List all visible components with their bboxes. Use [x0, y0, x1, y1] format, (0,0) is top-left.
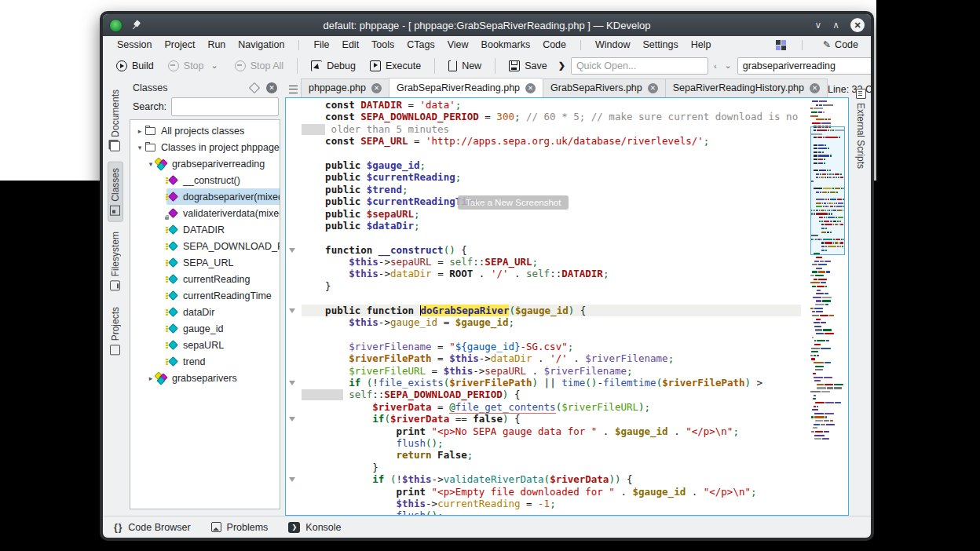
float-panel-icon[interactable] [249, 82, 260, 93]
code-text[interactable]: const DATADIR = 'data'; const SEPA_DOWNL… [286, 98, 801, 515]
menu-window[interactable]: Window [589, 38, 636, 52]
menu-help[interactable]: Help [685, 38, 718, 52]
toolbar-overflow-icon[interactable]: ❯ [556, 60, 568, 71]
build-button[interactable]: Build [111, 58, 159, 74]
menu-file[interactable]: File [307, 38, 335, 52]
code-line[interactable]: } [302, 280, 801, 292]
menu-edit[interactable]: Edit [336, 38, 366, 52]
fold-marker-icon[interactable] [289, 381, 295, 385]
code-line[interactable]: $this->dataDir = ROOT . '/' . self::DATA… [302, 268, 801, 279]
code-line[interactable]: public $currentReading; [302, 171, 801, 183]
code-line[interactable]: if($riverData == false) { [302, 413, 801, 425]
area-grid-icon[interactable] [776, 40, 786, 50]
fold-marker-icon[interactable] [289, 248, 295, 253]
menu-navigation[interactable]: Navigation [232, 38, 291, 52]
tree-item-classes-in-project-phppage[interactable]: ▾Classes in project phppage [130, 139, 280, 155]
menu-tools[interactable]: Tools [365, 38, 400, 52]
code-line[interactable]: public function doGrabSepaRiver($gauge_i… [302, 305, 801, 316]
pin-icon[interactable] [128, 17, 144, 33]
collapse-icon[interactable]: ▾ [135, 144, 144, 151]
code-line[interactable]: return False; [302, 449, 801, 461]
tree-item-datadir[interactable]: dataDir [130, 304, 280, 320]
code-line[interactable]: public $trend; [302, 184, 801, 195]
dock-tab-projects[interactable]: Projects [108, 301, 122, 360]
debug-button[interactable]: Debug [305, 58, 361, 74]
code-line[interactable]: $riverFilename = "${gauge_id}-SG.csv"; [302, 341, 801, 352]
dock-tab-documents[interactable]: Documents [108, 84, 122, 157]
code-line[interactable]: const SEPA_DOWNLOAD_PERIOD = 300; // 60 … [302, 111, 801, 122]
new-button[interactable]: New [443, 58, 487, 74]
menu-run[interactable]: Run [201, 38, 232, 52]
tree-item-trend[interactable]: trend [130, 353, 280, 370]
tree-item-gauge-id[interactable]: gauge_id [130, 320, 280, 337]
code-line[interactable] [302, 232, 801, 243]
code-area-button[interactable]: ✎ Code [818, 38, 863, 52]
tree-item--construct-[interactable]: __construct() [130, 172, 280, 188]
tab-separiverreadinghistory-php[interactable]: SepaRiverReadingHistory.php✕ [665, 78, 828, 97]
search-prev-icon[interactable]: ‹ [711, 61, 719, 71]
menu-code[interactable]: Code [536, 38, 572, 52]
code-line[interactable]: if (!file_exists($riverFilePath) || time… [302, 377, 801, 389]
minimap-viewport[interactable] [810, 126, 845, 256]
tree-item-all-projects-classes[interactable]: ▸All projects classes [130, 122, 280, 139]
code-line[interactable]: $this->currentReading = -1; [302, 498, 801, 509]
code-line[interactable]: flush(); [302, 437, 801, 449]
code-line[interactable]: public $gauge_id; [302, 159, 801, 171]
document-list-icon[interactable] [285, 82, 301, 97]
stop-all-button[interactable]: Stop All [229, 58, 289, 74]
code-line[interactable]: const SEPA_URL = 'http://apps.sepa.org.u… [302, 135, 801, 147]
save-button[interactable]: Save [503, 58, 553, 74]
code-line[interactable]: $riverFilePath = $this->dataDir . '/' . … [302, 352, 801, 364]
fold-marker-icon[interactable] [289, 417, 295, 421]
code-line[interactable]: $riverFileURL = $this->sepaURL . $riverF… [302, 365, 801, 377]
code-line[interactable]: const DATADIR = 'data'; [302, 99, 801, 111]
search-history-icon[interactable]: ⌄ [722, 60, 734, 71]
code-view[interactable]: const DATADIR = 'data'; const SEPA_DOWNL… [285, 97, 849, 516]
code-line[interactable]: flush(); [302, 509, 801, 516]
tree-item-currentreadingtime[interactable]: currentReadingTime [130, 287, 280, 304]
tab-close-icon[interactable]: ✕ [371, 83, 382, 93]
menu-view[interactable]: View [441, 38, 475, 52]
maximize-icon[interactable]: ∧ [832, 20, 839, 30]
toolview-button-konsole[interactable]: ❯Konsole [288, 522, 341, 533]
tab-grabseparivers-php[interactable]: GrabSepaRivers.php✕ [543, 78, 665, 97]
code-line[interactable]: function __construct() { [302, 244, 801, 256]
tree-item-validateriverdata-mixed-[interactable]: validateriverdata(mixed) [130, 205, 280, 221]
dock-tab-external-scripts[interactable]: External Scripts [854, 84, 868, 173]
close-icon[interactable]: ✕ [850, 18, 865, 32]
menu-session[interactable]: Session [111, 38, 158, 52]
fold-marker-icon[interactable] [289, 477, 295, 482]
tree-item-dograbsepariver-mixed-[interactable]: dograbsepariver(mixed) [130, 188, 280, 205]
dock-tab-filesystem[interactable]: Filesystem [108, 226, 122, 296]
toolview-button-problems[interactable]: Problems [211, 522, 269, 533]
menu-ctags[interactable]: CTags [400, 38, 441, 52]
tab-phppage-php[interactable]: phppage.php✕ [301, 78, 389, 97]
code-line[interactable]: $riverData = @file_get_contents($riverFi… [302, 401, 801, 413]
code-line[interactable]: print "<p>No SEPA gauge data for " . $ga… [302, 425, 801, 437]
toolview-button-code-browser[interactable]: {}Code Browser [114, 522, 191, 533]
quick-open-input[interactable] [571, 57, 708, 75]
code-line[interactable]: if (!$this->validateRiverData($riverData… [302, 473, 801, 485]
tree-item-sepa-url[interactable]: SEPA_URL [130, 254, 280, 271]
code-line[interactable] [302, 292, 801, 304]
code-line[interactable]: public $dataDir; [302, 220, 801, 232]
code-line[interactable]: } [302, 462, 801, 473]
code-line[interactable]: self::SEPA_DOWNLOAD_PERIOD) { [302, 389, 801, 400]
tab-close-icon[interactable]: ✕ [810, 83, 820, 93]
close-panel-icon[interactable]: ✕ [266, 82, 277, 93]
fold-marker-icon[interactable] [289, 308, 295, 313]
tree-item-sepaurl[interactable]: sepaURL [130, 337, 280, 353]
menu-project[interactable]: Project [158, 38, 201, 52]
code-line[interactable]: $this->sepaURL = self::SEPA_URL; [302, 256, 801, 268]
minimap-scrollbar[interactable] [810, 100, 845, 513]
code-line[interactable]: older than 5 minutes [302, 123, 801, 135]
tree-item-grabseparivers[interactable]: ▸grabseparivers [130, 370, 280, 386]
tab-grabsepariverreading-php[interactable]: GrabSepaRiverReading.php✕ [389, 78, 543, 97]
tab-close-icon[interactable]: ✕ [525, 83, 536, 93]
tree-item-grabsepariverreading[interactable]: ▾grabsepariverreading [130, 155, 280, 172]
tab-close-icon[interactable]: ✕ [648, 83, 658, 93]
title-bar[interactable]: default: phppage - [ phppage:GrabSepaRiv… [103, 14, 871, 36]
dropdown-chevron-icon[interactable]: ⌄ [209, 60, 221, 71]
tree-item-datadir[interactable]: DATADIR [130, 221, 280, 238]
expand-icon[interactable]: ▸ [135, 127, 144, 135]
